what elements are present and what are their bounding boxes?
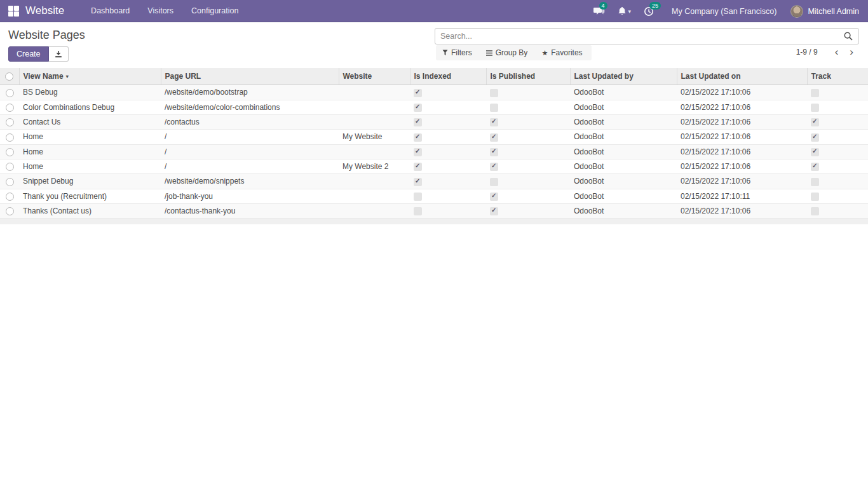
track-checkbox-cell <box>807 114 868 129</box>
filter-bar: Filters Group By ★ Favorites <box>436 45 592 60</box>
last-updated-on-cell: 02/15/2022 17:10:06 <box>677 130 807 144</box>
table-row[interactable]: Home/My WebsiteOdooBot02/15/2022 17:10:0… <box>0 130 868 144</box>
row-select-cell <box>0 203 19 218</box>
company-switcher[interactable]: My Company (San Francisco) <box>672 7 776 16</box>
messages-button[interactable]: 4 <box>593 6 605 16</box>
track-checkbox <box>811 148 819 156</box>
row-checkbox[interactable] <box>6 193 14 201</box>
filters-button[interactable]: Filters <box>442 48 472 57</box>
create-button[interactable]: Create <box>8 46 49 62</box>
search-box <box>435 28 859 44</box>
last-updated-on-cell: 02/15/2022 17:10:06 <box>677 114 807 129</box>
track-checkbox <box>811 118 819 126</box>
view-name-cell: Home <box>19 130 161 144</box>
row-checkbox[interactable] <box>6 178 14 186</box>
track-checkbox-cell <box>807 144 868 159</box>
is-published-checkbox-cell <box>486 203 570 218</box>
page-url-cell: /website/demo/color-combinations <box>161 100 339 114</box>
column-header-website[interactable]: Website <box>339 68 410 85</box>
is-published-checkbox-cell <box>486 189 570 203</box>
page-url-cell: /website/demo/bootstrap <box>161 85 339 100</box>
row-select-cell <box>0 85 19 100</box>
row-checkbox[interactable] <box>6 163 14 171</box>
is-indexed-checkbox-cell <box>410 203 486 218</box>
is-indexed-checkbox <box>414 89 422 97</box>
search-input[interactable] <box>435 32 838 41</box>
table-row[interactable]: Snippet Debug/website/demo/snippetsOdooB… <box>0 174 868 189</box>
last-updated-by-cell: OdooBot <box>570 85 677 100</box>
track-checkbox <box>811 207 819 215</box>
row-select-cell <box>0 144 19 159</box>
column-header-is-published[interactable]: Is Published <box>486 68 570 85</box>
messages-badge: 4 <box>599 2 607 10</box>
is-indexed-checkbox <box>414 133 422 142</box>
column-header-view-name[interactable]: View Name▾ <box>19 68 161 85</box>
select-all-checkbox[interactable] <box>5 72 13 81</box>
user-menu[interactable]: Mitchell Admin <box>808 7 859 16</box>
column-header-track[interactable]: Track <box>807 68 868 85</box>
table-row[interactable]: Home/My Website 2OdooBot02/15/2022 17:10… <box>0 159 868 173</box>
chevron-down-icon: ▾ <box>628 8 632 15</box>
row-checkbox[interactable] <box>6 148 14 156</box>
is-published-checkbox-cell <box>486 85 570 100</box>
is-indexed-checkbox-cell <box>410 85 486 100</box>
table-row[interactable]: Contact Us/contactusOdooBot02/15/2022 17… <box>0 114 868 129</box>
view-name-cell: Home <box>19 159 161 173</box>
is-published-checkbox-cell <box>486 159 570 173</box>
nav-item-visitors[interactable]: Visitors <box>139 0 182 22</box>
row-select-cell <box>0 130 19 144</box>
group-by-button[interactable]: Group By <box>486 48 528 57</box>
row-checkbox[interactable] <box>6 118 14 126</box>
notifications-button[interactable]: ▾ <box>618 6 632 16</box>
column-header-last-updated-by[interactable]: Last Updated by <box>570 68 677 85</box>
sort-asc-icon: ▾ <box>66 74 69 79</box>
is-indexed-checkbox <box>414 148 422 156</box>
track-checkbox <box>811 163 819 171</box>
apps-menu-icon[interactable] <box>8 6 19 17</box>
select-all-cell <box>0 68 19 85</box>
column-header-is-indexed[interactable]: Is Indexed <box>410 68 486 85</box>
table-row[interactable]: Thanks (Contact us)/contactus-thank-youO… <box>0 203 868 218</box>
user-avatar[interactable] <box>790 5 803 18</box>
favorites-button[interactable]: ★ Favorites <box>541 48 582 57</box>
website-cell: My Website <box>339 130 410 144</box>
last-updated-by-cell: OdooBot <box>570 203 677 218</box>
nav-item-configuration[interactable]: Configuration <box>182 0 247 22</box>
track-checkbox-cell <box>807 85 868 100</box>
control-panel: Website Pages Create Filters <box>0 22 868 68</box>
is-published-checkbox-cell <box>486 174 570 189</box>
activities-button[interactable]: 25 <box>644 6 654 17</box>
is-published-checkbox <box>490 133 498 142</box>
favorites-label: Favorites <box>551 48 582 57</box>
bell-icon <box>618 6 627 16</box>
website-cell <box>339 114 410 129</box>
row-checkbox[interactable] <box>6 133 14 142</box>
is-indexed-checkbox-cell <box>410 174 486 189</box>
pager-next-button[interactable]: › <box>844 46 859 58</box>
is-published-checkbox <box>490 193 498 201</box>
column-header-page-url[interactable]: Page URL <box>161 68 339 85</box>
search-button[interactable] <box>838 32 858 41</box>
table-row[interactable]: Home/OdooBot02/15/2022 17:10:06 <box>0 144 868 159</box>
page-url-cell: /job-thank-you <box>161 189 339 203</box>
table-row[interactable]: BS Debug/website/demo/bootstrapOdooBot02… <box>0 85 868 100</box>
row-checkbox[interactable] <box>6 207 14 215</box>
website-cell <box>339 85 410 100</box>
row-checkbox[interactable] <box>6 89 14 97</box>
table-row[interactable]: Color Combinations Debug/website/demo/co… <box>0 100 868 114</box>
view-name-cell: Thanks (Contact us) <box>19 203 161 218</box>
view-name-cell: Contact Us <box>19 114 161 129</box>
last-updated-on-cell: 02/15/2022 17:10:06 <box>677 144 807 159</box>
table-row[interactable]: Thank you (Recruitment)/job-thank-youOdo… <box>0 189 868 203</box>
last-updated-on-cell: 02/15/2022 17:10:11 <box>677 189 807 203</box>
nav-item-dashboard[interactable]: Dashboard <box>82 0 139 22</box>
row-checkbox[interactable] <box>6 104 14 112</box>
pager-previous-button[interactable]: ‹ <box>829 46 844 58</box>
app-name[interactable]: Website <box>25 4 64 17</box>
export-button[interactable] <box>49 46 69 62</box>
row-select-cell <box>0 100 19 114</box>
row-select-cell <box>0 189 19 203</box>
last-updated-on-cell: 02/15/2022 17:10:06 <box>677 203 807 218</box>
column-header-last-updated-on[interactable]: Last Updated on <box>677 68 807 85</box>
is-published-checkbox <box>490 104 498 112</box>
